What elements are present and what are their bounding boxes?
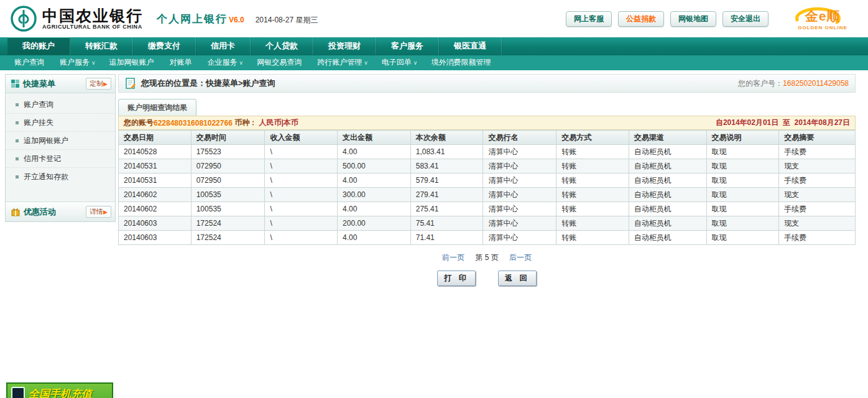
subnav-enterprise-service[interactable]: 企业服务∨ xyxy=(201,55,251,71)
table-cell: 清算中心 xyxy=(483,145,556,159)
table-cell: \ xyxy=(265,188,338,202)
table-cell: 072950 xyxy=(191,174,265,188)
sidebar-item-open-notice-deposit[interactable]: 开立通知存款 xyxy=(6,168,115,186)
quick-menu-icon xyxy=(11,79,20,88)
subnav-account-query[interactable]: 账户查询 xyxy=(7,55,53,71)
table-cell: 自动柜员机 xyxy=(629,202,706,216)
safe-logout-button[interactable]: 安全退出 xyxy=(723,11,769,27)
bank-name: 中国农业银行 xyxy=(42,7,143,24)
table-cell: 转账 xyxy=(556,216,629,231)
date-range: 自2014年02月01日 至 2014年08月27日 xyxy=(716,118,850,128)
charity-donation-button[interactable]: 公益捐款 xyxy=(618,11,664,27)
subnav-e-receipt[interactable]: 电子回单∨ xyxy=(375,55,425,71)
table-cell: 转账 xyxy=(556,202,629,216)
sidebar-item-account-query[interactable]: 账户查询 xyxy=(6,96,115,114)
table-cell: 清算中心 xyxy=(483,231,556,245)
customer-number-value: 1682502011429058 xyxy=(783,79,849,88)
back-button[interactable]: 返 回 xyxy=(498,271,536,286)
print-button[interactable]: 打 印 xyxy=(437,271,475,286)
table-cell: 75.41 xyxy=(410,216,483,231)
table-cell: 手续费 xyxy=(779,202,856,216)
promo-details-button[interactable]: 详情▶ xyxy=(86,206,111,218)
next-page-link[interactable]: 后一页 xyxy=(509,253,532,262)
tab-credit-card[interactable]: 信用卡 xyxy=(196,37,251,55)
subnav-ebank-transaction-query[interactable]: 网银交易查询 xyxy=(250,55,310,71)
sidebar-item-credit-card-register[interactable]: 信用卡登记 xyxy=(6,150,115,168)
table-cell: 自动柜员机 xyxy=(629,231,706,245)
subnav-interbank-account-mgmt[interactable]: 跨行账户管理∨ xyxy=(310,55,375,71)
table-cell: 手续费 xyxy=(779,231,856,245)
table-cell: 20140528 xyxy=(119,145,192,159)
tab-transfer[interactable]: 转账汇款 xyxy=(70,37,133,55)
subnav-add-ebank-account[interactable]: 追加网银账户 xyxy=(103,55,163,71)
column-header-method: 交易方式 xyxy=(556,131,629,145)
current-page-indicator: 第 5 页 xyxy=(475,253,498,262)
table-cell: 175523 xyxy=(191,145,265,159)
online-service-button[interactable]: 网上客服 xyxy=(566,11,612,27)
bullet-icon xyxy=(16,157,19,160)
header-quick-links: 网上客服 公益捐款 网银地图 安全退出 xyxy=(566,11,769,27)
subnav-account-service[interactable]: 账户服务∨ xyxy=(53,55,103,71)
table-cell: 清算中心 xyxy=(483,216,556,231)
golden-online-logo: 金e顺 GOLDEN ONLINE xyxy=(786,7,859,30)
pagination: 前一页 第 5 页 后一页 xyxy=(118,252,856,263)
golden-brand-name: 金e顺 xyxy=(786,7,859,25)
prev-page-link[interactable]: 前一页 xyxy=(442,253,464,262)
account-number: 6228480316081022766 xyxy=(154,119,233,127)
table-cell: 自动柜员机 xyxy=(629,216,706,231)
arrow-right-icon: ▶ xyxy=(103,81,108,87)
breadcrumb-bar: 您现在的位置是：快捷菜单>账户查询 您的客户号：1682502011429058 xyxy=(118,74,856,93)
table-cell: 583.41 xyxy=(410,159,483,174)
tab-my-account[interactable]: 我的账户 xyxy=(7,37,70,55)
subnav-statement[interactable]: 对账单 xyxy=(163,55,201,71)
chevron-down-icon: ∨ xyxy=(239,60,244,66)
tab-bank-medical[interactable]: 银医直通 xyxy=(439,37,502,55)
table-cell: 200.00 xyxy=(338,216,411,231)
table-cell: 取现 xyxy=(706,174,779,188)
tab-payment[interactable]: 缴费支付 xyxy=(133,37,196,55)
table-cell: \ xyxy=(265,159,338,174)
table-cell: 现支 xyxy=(779,159,856,174)
location-note-icon xyxy=(125,78,136,89)
customize-button[interactable]: 定制▶ xyxy=(86,78,111,90)
bullet-icon xyxy=(16,121,19,124)
table-cell: 手续费 xyxy=(779,145,856,159)
table-cell: 4.00 xyxy=(338,174,411,188)
sidebar-item-account-loss-report[interactable]: 账户挂失 xyxy=(6,114,115,132)
action-buttons: 打 印 返 回 xyxy=(118,271,856,286)
table-cell: 4.00 xyxy=(338,145,411,159)
phone-icon xyxy=(11,387,25,398)
tab-personal-loan[interactable]: 个人贷款 xyxy=(251,37,313,55)
sidebar: 快捷菜单 定制▶ 账户查询 账户挂失 追加网银账户 信用卡登记 开立通知存款 优… xyxy=(5,74,116,222)
tab-customer-service[interactable]: 客户服务 xyxy=(376,37,439,55)
table-cell: 取现 xyxy=(706,202,779,216)
table-cell: 现支 xyxy=(779,216,856,231)
table-cell: 清算中心 xyxy=(483,159,556,174)
table-cell: 20140602 xyxy=(119,202,192,216)
column-header-summary: 交易摘要 xyxy=(779,131,856,145)
arrow-right-icon: ▶ xyxy=(103,209,108,215)
bank-name-en: AGRICULTURAL BANK OF CHINA xyxy=(42,24,143,30)
screen: 中国农业银行 AGRICULTURAL BANK OF CHINA 个人网上银行… xyxy=(0,0,868,398)
table-cell: 转账 xyxy=(556,174,629,188)
tab-investment[interactable]: 投资理财 xyxy=(313,37,376,55)
table-cell: 清算中心 xyxy=(483,202,556,216)
table-cell: 300.00 xyxy=(338,188,411,202)
result-tab[interactable]: 账户明细查询结果 xyxy=(118,99,196,116)
table-cell: 现支 xyxy=(779,188,856,202)
sidebar-item-add-ebank-account[interactable]: 追加网银账户 xyxy=(6,132,115,150)
subnav-overseas-limit-mgmt[interactable]: 境外消费限额管理 xyxy=(424,55,499,71)
table-cell: 自动柜员机 xyxy=(629,145,706,159)
mobile-recharge-banner[interactable]: 全国手机充值 xyxy=(6,382,113,398)
bank-map-button[interactable]: 网银地图 xyxy=(670,11,716,27)
account-label: 您的账号 xyxy=(124,118,154,128)
currency-value: 人民币|本币 xyxy=(259,118,298,128)
gift-icon xyxy=(11,207,21,216)
content-area: 快捷菜单 定制▶ 账户查询 账户挂失 追加网银账户 信用卡登记 开立通知存款 优… xyxy=(0,70,868,286)
product-title: 个人网上银行 xyxy=(157,12,228,26)
top-header: 中国农业银行 AGRICULTURAL BANK OF CHINA 个人网上银行… xyxy=(0,0,868,37)
customer-number-group: 您的客户号：1682502011429058 xyxy=(738,78,849,89)
table-cell: 取现 xyxy=(706,216,779,231)
table-cell: 取现 xyxy=(706,145,779,159)
table-cell: \ xyxy=(265,202,338,216)
